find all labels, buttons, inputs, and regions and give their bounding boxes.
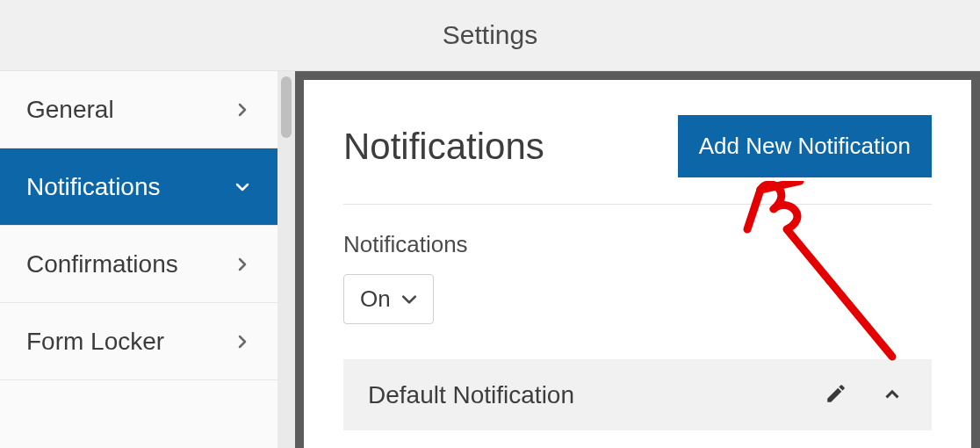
notification-item-row[interactable]: Default Notification xyxy=(343,359,932,430)
chevron-right-icon xyxy=(234,333,251,350)
notifications-toggle-field: Notifications On xyxy=(343,231,932,324)
chevron-down-icon xyxy=(401,292,417,307)
collapse-button[interactable] xyxy=(877,379,907,411)
chevron-up-icon xyxy=(881,382,904,405)
edit-button[interactable] xyxy=(821,379,851,411)
chevron-down-icon xyxy=(234,178,251,196)
app-header: Settings xyxy=(0,0,980,70)
body: General Notifications Confirmations Form… xyxy=(0,70,980,448)
chevron-right-icon xyxy=(234,101,251,119)
sidebar-item-notifications[interactable]: Notifications xyxy=(0,148,277,226)
chevron-right-icon xyxy=(234,256,251,273)
sidebar-item-label: General xyxy=(26,96,114,124)
sidebar-item-label: Notifications xyxy=(26,173,161,201)
pencil-icon xyxy=(825,382,847,405)
main-frame: Notifications Add New Notification Notif… xyxy=(295,71,980,448)
scroll-thumb[interactable] xyxy=(281,76,292,138)
sidebar-item-form-locker[interactable]: Form Locker xyxy=(0,303,277,380)
sidebar-item-confirmations[interactable]: Confirmations xyxy=(0,226,277,303)
panel-title: Notifications xyxy=(343,126,544,168)
panel-header: Notifications Add New Notification xyxy=(343,115,932,205)
select-value: On xyxy=(360,285,391,313)
sidebar-item-label: Form Locker xyxy=(26,328,164,356)
notification-item-title: Default Notification xyxy=(368,381,574,409)
main-panel: Notifications Add New Notification Notif… xyxy=(304,80,971,448)
notification-item-actions xyxy=(821,379,907,411)
notifications-toggle-select[interactable]: On xyxy=(343,274,434,324)
settings-sidebar: General Notifications Confirmations Form… xyxy=(0,71,277,448)
field-label: Notifications xyxy=(343,231,932,258)
sidebar-item-general[interactable]: General xyxy=(0,71,277,148)
sidebar-scrollbar[interactable] xyxy=(277,71,295,448)
add-new-notification-button[interactable]: Add New Notification xyxy=(678,115,932,177)
sidebar-item-label: Confirmations xyxy=(26,250,178,278)
app-title: Settings xyxy=(443,20,537,50)
